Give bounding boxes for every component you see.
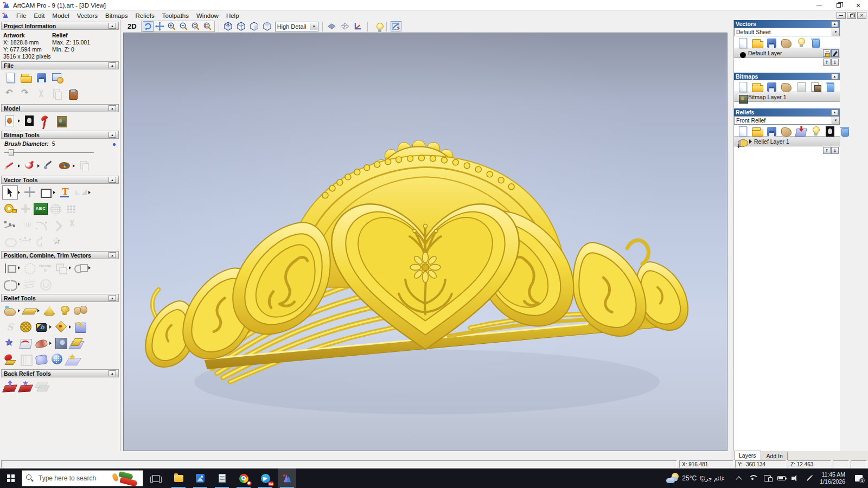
model-from-image-icon[interactable]: [2, 114, 18, 128]
vector-layer-visibility-icon[interactable]: [793, 36, 808, 48]
iso-view-4-icon[interactable]: [262, 21, 273, 31]
draw-plane-icon[interactable]: [327, 21, 337, 31]
relief-move-down-icon[interactable]: ↓: [831, 147, 839, 154]
create-plane-icon[interactable]: [22, 304, 37, 318]
wireframe-toggle-icon[interactable]: [340, 21, 350, 31]
vector-layer-save-icon[interactable]: [764, 36, 778, 48]
bitmap-layer-save-icon[interactable]: [764, 80, 778, 92]
menu-reliefs[interactable]: Reliefs: [132, 12, 158, 20]
tray-expand-button[interactable]: [732, 468, 746, 488]
create-rectangle-icon[interactable]: [37, 185, 53, 200]
flyout-arrow-icon[interactable]: [18, 186, 22, 199]
rollup-icon[interactable]: [108, 295, 116, 301]
measure-tool-icon[interactable]: [2, 202, 18, 216]
bitmap-layer-row[interactable]: Bitmap Layer 1: [734, 92, 840, 102]
vector-select-icon[interactable]: [2, 185, 18, 200]
wrap-text-ring-icon[interactable]: [2, 234, 18, 248]
emboss-relief-icon[interactable]: b: [34, 320, 49, 334]
layer-colour-icon[interactable]: [735, 48, 747, 58]
relief-layer-open-icon[interactable]: [749, 125, 764, 136]
vector-sheet-select[interactable]: Default Sheet: [734, 28, 840, 36]
redo-icon[interactable]: [18, 87, 34, 101]
cross-section-icon[interactable]: [34, 234, 49, 248]
detail-level-select[interactable]: High Detail: [275, 22, 318, 31]
bitmap-layer-delete-icon[interactable]: [822, 80, 837, 92]
node-editing-icon[interactable]: [18, 234, 34, 248]
minimize-button[interactable]: [809, 0, 829, 10]
free-sketch-icon[interactable]: [18, 218, 34, 232]
colour-shade-toggle-icon[interactable]: [391, 21, 401, 31]
flyout-arrow-icon[interactable]: [37, 159, 41, 172]
trim-vectors-icon[interactable]: [65, 218, 81, 232]
vector-layer-row[interactable]: Default Layer: [734, 48, 840, 58]
flyout-arrow-icon[interactable]: [37, 304, 41, 317]
menu-vectors[interactable]: Vectors: [73, 12, 101, 20]
transform-vectors-icon[interactable]: [22, 185, 37, 200]
relief-layer-merge-icon[interactable]: [778, 125, 793, 136]
relief-move-up-icon[interactable]: ↑: [823, 147, 831, 154]
nesting-icon[interactable]: Nesting: [37, 261, 53, 275]
envelope-distort-icon[interactable]: [18, 352, 34, 367]
smooth-dome-icon[interactable]: [34, 352, 49, 367]
artcam-button[interactable]: [278, 468, 296, 488]
texture-sphere-icon[interactable]: [49, 352, 65, 367]
bitmap-layer-image-icon[interactable]: [808, 80, 822, 92]
rollup-icon[interactable]: [108, 132, 116, 138]
greyscale-from-model-icon[interactable]: [22, 114, 37, 128]
relief-layer-row[interactable]: Relief Layer 1: [734, 136, 840, 146]
bitmap-layer-open-icon[interactable]: [749, 80, 764, 92]
flyout-arrow-icon[interactable]: [18, 278, 22, 291]
rollup-icon[interactable]: [831, 74, 838, 80]
menu-edit[interactable]: Edit: [30, 12, 49, 20]
flyout-arrow-icon[interactable]: [18, 304, 22, 317]
paste-along-curve-icon[interactable]: [63, 202, 79, 216]
colour-palette-icon[interactable]: [57, 159, 73, 173]
slider-handle[interactable]: [9, 149, 14, 156]
flyout-arrow-icon[interactable]: [49, 337, 53, 350]
battery-button[interactable]: [774, 468, 788, 488]
two-rail-sweep-icon[interactable]: [53, 320, 69, 334]
mirror-vectors-icon[interactable]: [73, 185, 88, 200]
model-properties-icon[interactable]: [49, 71, 65, 85]
taskbar-search[interactable]: [22, 470, 143, 486]
start-button[interactable]: [0, 468, 22, 488]
snap-center-icon[interactable]: [18, 202, 34, 216]
shape-editor-dome-icon[interactable]: [57, 304, 73, 318]
create-star-icon[interactable]: [49, 234, 65, 248]
new-model-icon[interactable]: [2, 71, 18, 85]
colour-picker-icon[interactable]: [41, 159, 57, 173]
relief-greyscale-icon[interactable]: [822, 125, 837, 136]
bitmap-layer-new-icon[interactable]: [735, 80, 749, 92]
texture-weave-icon[interactable]: [18, 320, 34, 334]
create-text-icon[interactable]: [57, 185, 73, 200]
clock[interactable]: 11:45 AM 1/16/2026: [820, 471, 845, 485]
photos-button[interactable]: [191, 468, 209, 488]
rollup-icon[interactable]: [108, 177, 116, 183]
zoom-out-icon[interactable]: [178, 21, 189, 31]
iso-view-2-icon[interactable]: [236, 21, 247, 31]
task-view-button[interactable]: [146, 468, 165, 488]
align-vectors-icon[interactable]: [2, 261, 18, 275]
circular-copy-icon[interactable]: [22, 261, 37, 275]
relief-from-vectors-icon[interactable]: [2, 336, 18, 350]
expand-arrow-icon[interactable]: [749, 139, 752, 144]
bitmap-layer-merge-icon[interactable]: [778, 80, 793, 92]
cut-icon[interactable]: [34, 87, 49, 101]
rollup-icon[interactable]: [108, 62, 116, 68]
dropdown-arrow-icon[interactable]: [832, 117, 839, 124]
tab-layers[interactable]: Layers: [734, 451, 761, 460]
relief-layer-delete-icon[interactable]: [837, 125, 852, 136]
relief-layer-new-icon[interactable]: [735, 125, 749, 136]
menu-bitmaps[interactable]: Bitmaps: [101, 12, 132, 20]
texture-relief-icon[interactable]: [53, 336, 69, 350]
create-back-relief-icon[interactable]: [2, 379, 18, 393]
weld-vectors-icon[interactable]: [73, 261, 88, 275]
menu-window[interactable]: Window: [193, 12, 222, 20]
chrome-button[interactable]: [234, 468, 253, 488]
paste-relief-icon[interactable]: [2, 352, 18, 367]
smoothing-icon[interactable]: S: [2, 320, 18, 334]
file-explorer-button[interactable]: [169, 468, 188, 488]
pan-view-icon[interactable]: [155, 21, 165, 31]
sculpting-icon[interactable]: [2, 304, 18, 318]
save-model-icon[interactable]: [34, 71, 49, 85]
